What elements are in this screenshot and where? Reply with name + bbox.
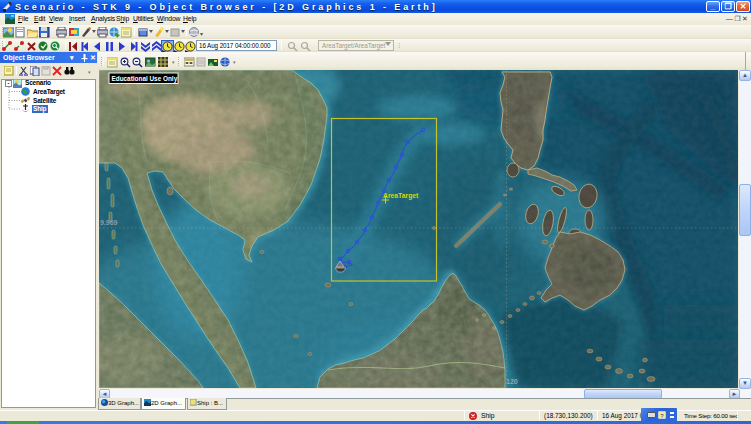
svg-text:120: 120 — [506, 378, 518, 385]
svg-text:AreaTarget: AreaTarget — [383, 192, 419, 200]
svg-text:9.969: 9.969 — [100, 219, 118, 226]
svg-text:Educational Use Only: Educational Use Only — [112, 75, 178, 83]
